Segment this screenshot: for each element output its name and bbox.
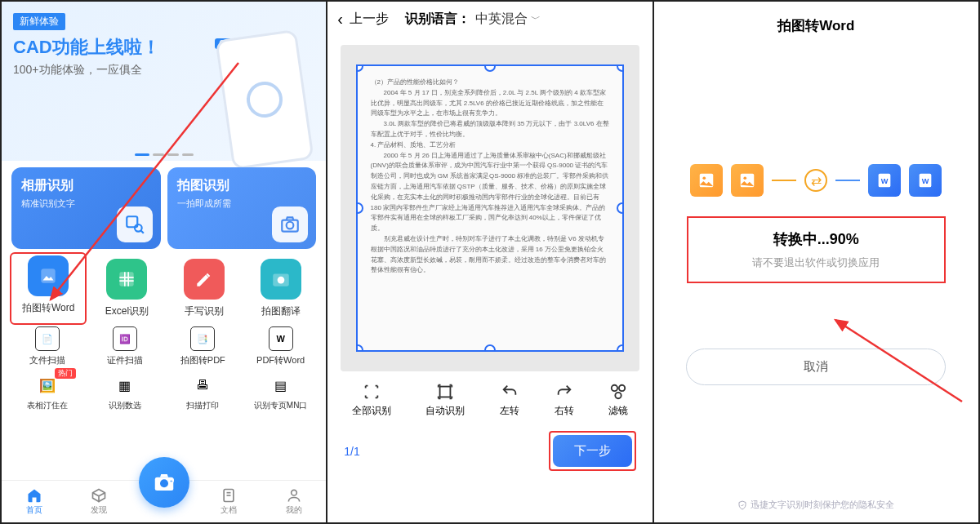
tool-label: 右转 [555,404,574,418]
word-icon: W [909,164,942,197]
carousel-dots[interactable] [135,153,194,156]
promo-banner[interactable]: 新鲜体验 CAD功能上线啦！ 100+功能体验，一应俱全 CAD [2,2,326,161]
feature-tile-3[interactable]: 拍图翻译 [246,254,316,323]
chevron-down-icon: ﹀ [531,12,541,26]
privacy-note: 迅捷文字识别时刻保护您的隐私安全 [654,499,978,511]
crop-handle[interactable] [356,202,363,214]
converting-screen: 拍图转Word ⇄ W W 转换中...90% 请不要退出软件或切换应用 取消 … [654,2,978,522]
document-preview[interactable]: （2）产品的性能价格比如何？ 2004 年 5 月 17 日，别克全系列降价后，… [356,64,625,352]
svg-point-1 [135,224,142,232]
convert-illustration: ⇄ W W [654,164,978,197]
camera-icon [272,206,308,242]
svg-point-25 [744,176,747,180]
mini-feature-1[interactable]: 🆔证件扫描 [89,326,160,366]
tile-icon [28,255,69,296]
word-icon: W [868,164,901,197]
tool-label: 全部识别 [352,404,391,418]
tile-label: 拍图翻译 [261,304,301,318]
mini-label: 拍图转PDF [180,354,225,366]
page-title: 拍图转Word [654,2,978,50]
crop-screen: ‹ 上一步 识别语言： 中英混合 ﹀ （2）产品的性能价格比如何？ 2004 年… [327,2,653,522]
tool-label: 左转 [500,404,519,418]
mini-icon: 📑 [190,326,215,351]
card-photo-recognize[interactable]: 拍图识别 一拍即成所需 [167,167,317,249]
mini-feature-2[interactable]: 📑拍图转PDF [167,326,238,366]
gallery-search-icon [117,206,153,242]
home-screen: 新鲜体验 CAD功能上线啦！ 100+功能体验，一应俱全 CAD 相册识别 精准… [2,2,327,522]
back-label[interactable]: 上一步 [350,11,389,28]
crop-area[interactable]: （2）产品的性能价格比如何？ 2004 年 5 月 17 日，别克全系列降价后，… [341,45,639,371]
svg-point-19 [612,385,617,391]
mini2-feature-1[interactable]: ▦识别数选 [89,373,160,411]
mini-icon: W [269,326,293,351]
crop-handle[interactable] [617,202,624,214]
progress-box: 转换中...90% 请不要退出软件或切换应用 [687,216,946,283]
mini2-label: 扫描打印 [186,400,219,411]
badge-new: 新鲜体验 [13,13,65,30]
svg-text:+: + [170,477,173,483]
svg-point-12 [291,490,296,495]
mini2-feature-0[interactable]: 热门🖼️表相汀住在 [11,373,82,411]
svg-point-4 [287,222,294,229]
tab-discover[interactable]: 发现 [66,481,131,522]
crop-handle[interactable] [356,64,363,72]
svg-text:W: W [922,177,929,185]
crop-tool-1[interactable]: 自动识别 [425,383,465,418]
tile-label: 拍图转Word [22,301,74,315]
tab-mine[interactable]: 我的 [261,481,326,522]
shield-icon [737,500,747,510]
mini-feature-3[interactable]: WPDF转Word [245,326,316,366]
mini2-icon: ▤ [269,373,293,397]
mini2-icon: ▦ [113,373,137,397]
card-title: 相册识别 [21,177,151,194]
cancel-button[interactable]: 取消 [686,349,946,385]
mini2-icon: 🖶 [190,373,215,397]
back-icon[interactable]: ‹ [337,10,343,29]
mini-feature-0[interactable]: 📄文件扫描 [11,326,82,366]
progress-title: 转换中...90% [697,229,936,249]
document-text: （2）产品的性能价格比如何？ 2004 年 5 月 17 日，别克全系列降价后，… [371,78,610,276]
lang-label: 识别语言： [405,11,470,28]
progress-hint: 请不要退出软件或切换应用 [697,255,936,270]
feature-tile-0[interactable]: 拍图转Word [10,252,87,325]
hot-badge: 热门 [55,368,76,379]
highlight-box: 下一步 [549,431,636,471]
crop-handle[interactable] [617,64,624,72]
svg-point-14 [160,479,168,487]
convert-arrow-icon: ⇄ [804,169,827,192]
mini2-label: 识别专页MN口 [254,400,308,411]
crop-tool-2[interactable]: 左转 [500,383,519,418]
svg-point-23 [703,176,706,180]
image-icon [731,164,764,197]
crop-handle[interactable] [356,344,363,352]
tool-label: 自动识别 [425,404,465,418]
camera-fab[interactable]: + [139,457,189,508]
next-button[interactable]: 下一步 [553,435,632,467]
crop-handle[interactable] [617,344,624,352]
card-album-recognize[interactable]: 相册识别 精准识别文字 [11,167,161,249]
mini2-label: 识别数选 [109,400,141,411]
tab-home[interactable]: 首页 [2,481,66,522]
tab-docs[interactable]: 文档 [196,481,261,522]
crop-handle[interactable] [484,344,496,352]
tile-icon [184,259,225,300]
mini-icon: 🆔 [113,326,137,351]
svg-point-8 [278,277,285,284]
mini-label: 证件扫描 [107,354,143,366]
feature-tile-1[interactable]: Excel识别 [91,254,162,323]
page-counter: 1/1 [344,445,359,458]
tile-label: Excel识别 [105,304,149,318]
crop-handle[interactable] [484,64,496,72]
feature-tile-2[interactable]: 手写识别 [169,254,239,323]
lang-selector[interactable]: 中英混合 ﹀ [475,11,541,28]
svg-rect-5 [41,269,55,282]
crop-tool-4[interactable]: 滤镜 [608,383,628,418]
mini-label: 文件扫描 [29,354,65,366]
crop-tool-0[interactable]: 全部识别 [352,383,391,418]
mini-icon: 📄 [35,326,60,351]
mini2-feature-2[interactable]: 🖶扫描打印 [167,373,238,411]
crop-tool-3[interactable]: 右转 [555,383,574,418]
card-title: 拍图识别 [177,177,307,194]
svg-point-20 [619,385,625,391]
mini2-feature-3[interactable]: ▤识别专页MN口 [245,373,316,411]
